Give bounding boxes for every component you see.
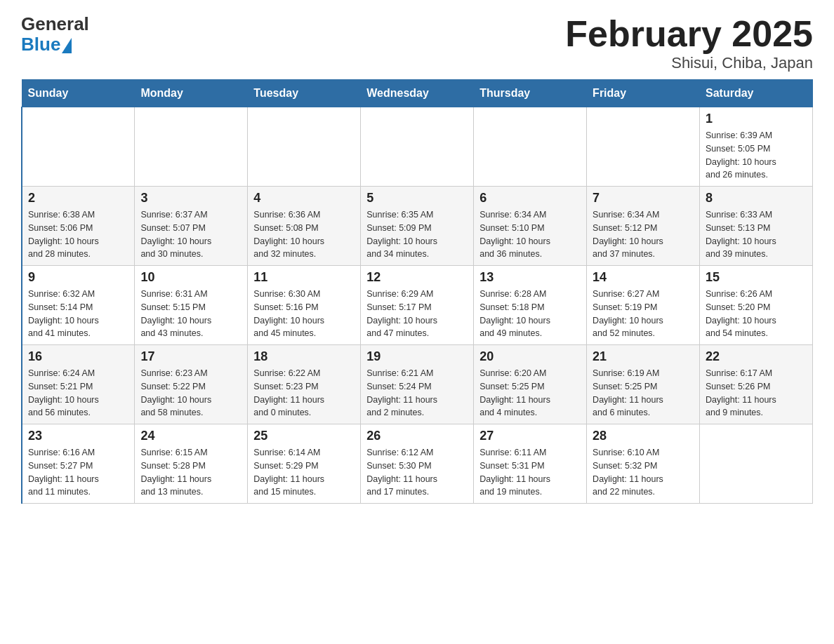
day-info: Sunrise: 6:39 AM Sunset: 5:05 PM Dayligh… (706, 129, 807, 182)
day-cell: 16Sunrise: 6:24 AM Sunset: 5:21 PM Dayli… (22, 345, 135, 424)
title-block: February 2025 Shisui, Chiba, Japan (565, 14, 813, 72)
day-info: Sunrise: 6:22 AM Sunset: 5:23 PM Dayligh… (253, 367, 355, 420)
day-cell (587, 107, 700, 187)
day-cell: 9Sunrise: 6:32 AM Sunset: 5:14 PM Daylig… (22, 266, 135, 345)
day-number: 24 (140, 429, 241, 443)
day-info: Sunrise: 6:36 AM Sunset: 5:08 PM Dayligh… (253, 208, 355, 261)
day-info: Sunrise: 6:32 AM Sunset: 5:14 PM Dayligh… (28, 288, 128, 340)
day-number: 6 (479, 191, 581, 206)
day-number: 7 (593, 191, 694, 206)
day-number: 27 (479, 429, 581, 443)
day-cell: 7Sunrise: 6:34 AM Sunset: 5:12 PM Daylig… (587, 187, 700, 266)
day-info: Sunrise: 6:21 AM Sunset: 5:24 PM Dayligh… (366, 367, 468, 420)
header-row: SundayMondayTuesdayWednesdayThursdayFrid… (22, 80, 813, 107)
week-row-1: 2Sunrise: 6:38 AM Sunset: 5:06 PM Daylig… (22, 187, 813, 266)
day-number: 5 (366, 191, 468, 206)
day-cell: 14Sunrise: 6:27 AM Sunset: 5:19 PM Dayli… (587, 266, 700, 345)
day-number: 20 (479, 349, 581, 364)
day-cell: 27Sunrise: 6:11 AM Sunset: 5:31 PM Dayli… (474, 424, 587, 504)
day-info: Sunrise: 6:33 AM Sunset: 5:13 PM Dayligh… (706, 208, 807, 261)
day-number: 16 (28, 349, 128, 364)
day-cell: 25Sunrise: 6:14 AM Sunset: 5:29 PM Dayli… (248, 424, 361, 504)
week-row-3: 16Sunrise: 6:24 AM Sunset: 5:21 PM Dayli… (22, 345, 813, 424)
page-header: General Blue February 2025 Shisui, Chiba… (21, 14, 813, 72)
week-row-4: 23Sunrise: 6:16 AM Sunset: 5:27 PM Dayli… (22, 424, 813, 504)
calendar-title: February 2025 (565, 14, 813, 54)
day-number: 19 (366, 349, 468, 364)
day-info: Sunrise: 6:20 AM Sunset: 5:25 PM Dayligh… (479, 367, 581, 420)
day-cell (135, 107, 248, 187)
day-cell: 20Sunrise: 6:20 AM Sunset: 5:25 PM Dayli… (474, 345, 587, 424)
day-number: 17 (140, 349, 241, 364)
day-cell: 24Sunrise: 6:15 AM Sunset: 5:28 PM Dayli… (135, 424, 248, 504)
day-info: Sunrise: 6:34 AM Sunset: 5:10 PM Dayligh… (479, 208, 581, 261)
day-cell: 23Sunrise: 6:16 AM Sunset: 5:27 PM Dayli… (22, 424, 135, 504)
logo-triangle-icon (62, 38, 72, 53)
header-cell-friday: Friday (587, 80, 700, 107)
day-info: Sunrise: 6:37 AM Sunset: 5:07 PM Dayligh… (140, 208, 241, 261)
day-cell: 10Sunrise: 6:31 AM Sunset: 5:15 PM Dayli… (135, 266, 248, 345)
day-cell: 8Sunrise: 6:33 AM Sunset: 5:13 PM Daylig… (700, 187, 813, 266)
header-cell-thursday: Thursday (474, 80, 587, 107)
day-info: Sunrise: 6:15 AM Sunset: 5:28 PM Dayligh… (140, 446, 241, 499)
day-cell: 26Sunrise: 6:12 AM Sunset: 5:30 PM Dayli… (361, 424, 474, 504)
day-cell: 12Sunrise: 6:29 AM Sunset: 5:17 PM Dayli… (361, 266, 474, 345)
header-cell-wednesday: Wednesday (361, 80, 474, 107)
day-cell (248, 107, 361, 187)
day-number: 13 (479, 270, 581, 285)
day-cell: 11Sunrise: 6:30 AM Sunset: 5:16 PM Dayli… (248, 266, 361, 345)
day-cell: 21Sunrise: 6:19 AM Sunset: 5:25 PM Dayli… (587, 345, 700, 424)
day-info: Sunrise: 6:17 AM Sunset: 5:26 PM Dayligh… (706, 367, 807, 420)
week-row-2: 9Sunrise: 6:32 AM Sunset: 5:14 PM Daylig… (22, 266, 813, 345)
day-cell: 3Sunrise: 6:37 AM Sunset: 5:07 PM Daylig… (135, 187, 248, 266)
day-number: 2 (28, 191, 128, 206)
day-cell (361, 107, 474, 187)
day-info: Sunrise: 6:30 AM Sunset: 5:16 PM Dayligh… (253, 288, 355, 340)
day-cell: 2Sunrise: 6:38 AM Sunset: 5:06 PM Daylig… (22, 187, 135, 266)
header-cell-sunday: Sunday (22, 80, 135, 107)
week-row-0: 1Sunrise: 6:39 AM Sunset: 5:05 PM Daylig… (22, 107, 813, 187)
day-number: 25 (253, 429, 355, 443)
day-number: 26 (366, 429, 468, 443)
day-number: 28 (593, 429, 694, 443)
day-info: Sunrise: 6:12 AM Sunset: 5:30 PM Dayligh… (366, 446, 468, 499)
day-info: Sunrise: 6:34 AM Sunset: 5:12 PM Dayligh… (593, 208, 694, 261)
header-cell-saturday: Saturday (700, 80, 813, 107)
day-cell: 6Sunrise: 6:34 AM Sunset: 5:10 PM Daylig… (474, 187, 587, 266)
day-info: Sunrise: 6:16 AM Sunset: 5:27 PM Dayligh… (28, 446, 128, 499)
day-cell: 1Sunrise: 6:39 AM Sunset: 5:05 PM Daylig… (700, 107, 813, 187)
day-number: 22 (706, 349, 807, 364)
calendar-table: SundayMondayTuesdayWednesdayThursdayFrid… (21, 79, 813, 504)
day-cell: 22Sunrise: 6:17 AM Sunset: 5:26 PM Dayli… (700, 345, 813, 424)
day-number: 14 (593, 270, 694, 285)
day-cell: 13Sunrise: 6:28 AM Sunset: 5:18 PM Dayli… (474, 266, 587, 345)
day-number: 15 (706, 270, 807, 285)
day-info: Sunrise: 6:24 AM Sunset: 5:21 PM Dayligh… (28, 367, 128, 420)
day-info: Sunrise: 6:23 AM Sunset: 5:22 PM Dayligh… (140, 367, 241, 420)
calendar-subtitle: Shisui, Chiba, Japan (565, 54, 813, 72)
day-cell (22, 107, 135, 187)
day-cell: 15Sunrise: 6:26 AM Sunset: 5:20 PM Dayli… (700, 266, 813, 345)
logo-blue-text: Blue (21, 34, 60, 55)
day-info: Sunrise: 6:28 AM Sunset: 5:18 PM Dayligh… (479, 288, 581, 340)
day-info: Sunrise: 6:35 AM Sunset: 5:09 PM Dayligh… (366, 208, 468, 261)
day-info: Sunrise: 6:10 AM Sunset: 5:32 PM Dayligh… (593, 446, 694, 499)
day-number: 18 (253, 349, 355, 364)
day-number: 10 (140, 270, 241, 285)
day-number: 4 (253, 191, 355, 206)
day-cell: 28Sunrise: 6:10 AM Sunset: 5:32 PM Dayli… (587, 424, 700, 504)
day-info: Sunrise: 6:14 AM Sunset: 5:29 PM Dayligh… (253, 446, 355, 499)
day-info: Sunrise: 6:31 AM Sunset: 5:15 PM Dayligh… (140, 288, 241, 340)
day-number: 12 (366, 270, 468, 285)
day-number: 8 (706, 191, 807, 206)
day-number: 3 (140, 191, 241, 206)
day-cell: 5Sunrise: 6:35 AM Sunset: 5:09 PM Daylig… (361, 187, 474, 266)
day-info: Sunrise: 6:19 AM Sunset: 5:25 PM Dayligh… (593, 367, 694, 420)
day-cell (474, 107, 587, 187)
day-info: Sunrise: 6:27 AM Sunset: 5:19 PM Dayligh… (593, 288, 694, 340)
logo: General Blue (21, 14, 89, 54)
day-info: Sunrise: 6:29 AM Sunset: 5:17 PM Dayligh… (366, 288, 468, 340)
day-info: Sunrise: 6:38 AM Sunset: 5:06 PM Dayligh… (28, 208, 128, 261)
day-cell (700, 424, 813, 504)
day-number: 11 (253, 270, 355, 285)
